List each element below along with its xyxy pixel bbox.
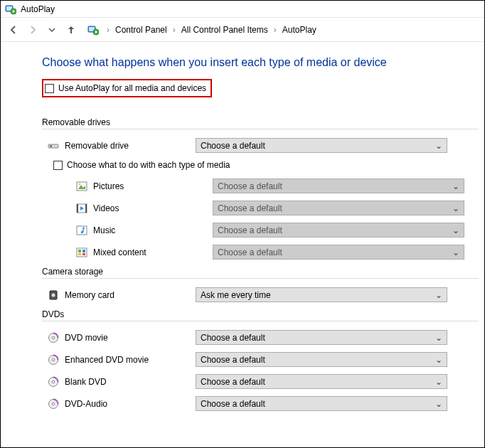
back-button[interactable]: [5, 21, 22, 38]
enhdvd-label: Enhanced DVD movie: [65, 355, 196, 365]
divider: [42, 278, 479, 279]
content-area: Choose what happens when you insert each…: [1, 42, 484, 425]
music-dropdown[interactable]: Choose a default⌄: [213, 223, 464, 238]
dvdaudio-label: DVD-Audio: [65, 399, 196, 409]
page-heading: Choose what happens when you insert each…: [42, 56, 479, 69]
videos-label: Videos: [93, 203, 213, 213]
up-button[interactable]: [63, 21, 80, 38]
row-memory-card: Memory card Ask me every time ⌄: [42, 287, 479, 302]
svg-rect-21: [82, 250, 85, 252]
chevron-right-icon[interactable]: ›: [104, 25, 112, 35]
row-videos: VideosChoose a default⌄: [42, 201, 479, 215]
chevron-down-icon: ⌄: [435, 377, 442, 387]
breadcrumb-control-panel[interactable]: Control Panel: [114, 23, 169, 36]
videos-icon: [76, 203, 87, 214]
svg-rect-14: [77, 204, 78, 213]
row-choose-type: Choose what to do with each type of medi…: [53, 160, 479, 170]
chevron-down-icon: ⌄: [452, 225, 459, 235]
dropdown-value: Choose a default: [201, 399, 265, 409]
chevron-down-icon: ⌄: [452, 181, 459, 191]
row-pictures: PicturesChoose a default⌄: [42, 178, 479, 193]
svg-point-33: [52, 402, 55, 405]
dvdaudio-dropdown[interactable]: Choose a default⌄: [196, 396, 447, 411]
music-icon: [76, 225, 87, 236]
master-autoplay-checkbox[interactable]: [45, 84, 54, 93]
row-music: MusicChoose a default⌄: [42, 223, 479, 238]
breadcrumb: › Control Panel › All Control Panel Item…: [104, 23, 318, 36]
dropdown-value: Choose a default: [218, 247, 282, 257]
svg-point-27: [52, 336, 55, 339]
chevron-down-icon: ⌄: [435, 333, 442, 343]
svg-point-18: [81, 230, 84, 233]
chevron-right-icon[interactable]: ›: [170, 25, 178, 35]
chevron-down-icon: ⌄: [452, 247, 459, 257]
svg-point-25: [52, 293, 55, 297]
master-autoplay-label: Use AutoPlay for all media and devices: [58, 83, 206, 93]
breadcrumb-all-items[interactable]: All Control Panel Items: [180, 23, 270, 36]
row-mixed: Mixed contentChoose a default⌄: [42, 245, 479, 260]
mixed-dropdown[interactable]: Choose a default⌄: [213, 245, 464, 260]
enhdvd-dropdown[interactable]: Choose a default⌄: [196, 352, 447, 367]
pictures-dropdown[interactable]: Choose a default⌄: [213, 178, 464, 193]
removable-drive-dropdown[interactable]: Choose a default ⌄: [196, 138, 447, 153]
svg-rect-23: [82, 253, 85, 255]
window-title: AutoPlay: [21, 4, 55, 14]
divider: [42, 129, 479, 129]
memory-card-dropdown[interactable]: Ask me every time ⌄: [196, 287, 447, 302]
mixed-label: Mixed content: [93, 247, 213, 257]
row-enhdvd: Enhanced DVD movieChoose a default⌄: [42, 352, 479, 367]
blankdvd-label: Blank DVD: [65, 377, 196, 387]
removable-drive-icon: [48, 140, 59, 151]
row-dvdaudio: DVD-AudioChoose a default⌄: [42, 396, 479, 411]
choose-type-checkbox[interactable]: [53, 161, 63, 170]
row-blankdvd: Blank DVDChoose a default⌄: [42, 374, 479, 389]
videos-dropdown[interactable]: Choose a default⌄: [213, 201, 464, 215]
memory-card-label: Memory card: [65, 290, 196, 300]
address-bar: › Control Panel › All Control Panel Item…: [1, 18, 484, 42]
svg-point-31: [52, 380, 55, 383]
row-removable-drive: Removable drive Choose a default ⌄: [42, 138, 479, 153]
autoplay-addr-icon: [87, 24, 99, 36]
row-dvdmovie: DVD movieChoose a default⌄: [42, 330, 479, 345]
recent-dropdown-button[interactable]: [43, 21, 60, 38]
dropdown-value: Choose a default: [218, 203, 282, 213]
autoplay-icon: [5, 4, 16, 15]
svg-rect-22: [78, 253, 81, 255]
dropdown-value: Choose a default: [201, 377, 265, 387]
svg-rect-20: [78, 250, 81, 252]
disc-icon: [48, 376, 59, 388]
disc-icon: [48, 398, 59, 410]
dropdown-value: Choose a default: [201, 141, 265, 151]
music-label: Music: [93, 225, 213, 235]
memory-card-icon: [48, 289, 59, 301]
pictures-icon: [76, 181, 87, 192]
dropdown-value: Choose a default: [218, 225, 282, 235]
chevron-right-icon[interactable]: ›: [271, 25, 279, 35]
chevron-down-icon: ⌄: [435, 290, 442, 300]
chevron-down-icon: ⌄: [435, 399, 442, 409]
svg-rect-9: [50, 145, 52, 146]
disc-icon: [48, 354, 59, 366]
dropdown-value: Ask me every time: [201, 290, 271, 300]
chevron-down-icon: ⌄: [435, 141, 442, 151]
breadcrumb-autoplay[interactable]: AutoPlay: [281, 23, 318, 36]
dropdown-value: Choose a default: [201, 355, 265, 365]
svg-point-29: [52, 358, 55, 361]
blankdvd-dropdown[interactable]: Choose a default⌄: [196, 374, 447, 389]
dropdown-value: Choose a default: [218, 181, 282, 191]
pictures-label: Pictures: [93, 181, 213, 191]
section-title-camera: Camera storage: [42, 267, 479, 277]
removable-drive-label: Removable drive: [65, 141, 196, 151]
section-title-removable: Removable drives: [42, 117, 479, 127]
dvdmovie-dropdown[interactable]: Choose a default⌄: [196, 330, 447, 345]
svg-point-12: [79, 183, 81, 185]
master-autoplay-checkbox-highlight: Use AutoPlay for all media and devices: [42, 79, 212, 97]
chevron-down-icon: ⌄: [435, 355, 442, 365]
forward-button[interactable]: [24, 21, 41, 38]
choose-type-label: Choose what to do with each type of medi…: [67, 160, 230, 170]
disc-icon: [48, 332, 59, 343]
mixed-icon: [76, 247, 87, 258]
chevron-down-icon: ⌄: [452, 203, 459, 213]
titlebar: AutoPlay: [1, 1, 484, 18]
section-title-dvds: DVDs: [42, 309, 479, 319]
